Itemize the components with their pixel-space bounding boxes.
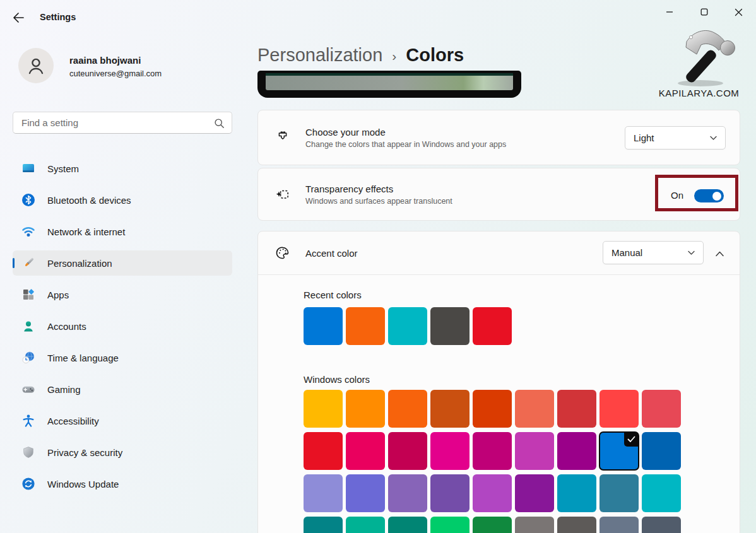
recent-color-swatch[interactable]	[304, 307, 343, 345]
sidebar-item-privacy-security[interactable]: Privacy & security	[13, 440, 232, 465]
windows-color-swatch[interactable]	[430, 517, 470, 533]
watermark-text: KAPILARYA.COM	[644, 88, 754, 98]
sidebar-item-accounts[interactable]: Accounts	[13, 313, 232, 339]
windows-color-swatch[interactable]	[557, 474, 596, 512]
maximize-button[interactable]	[687, 0, 721, 24]
transparency-sparkle-icon	[275, 187, 290, 202]
window-controls	[652, 0, 756, 24]
accent-dropdown[interactable]: Manual	[603, 241, 704, 264]
apps-icon	[21, 288, 35, 302]
sidebar-item-label: Network & internet	[47, 226, 125, 237]
personalization-brush-icon	[21, 256, 35, 270]
windows-color-swatch[interactable]	[430, 474, 470, 512]
person-icon	[25, 55, 47, 76]
theme-preview-image	[257, 71, 521, 98]
sidebar-item-bluetooth-devices[interactable]: Bluetooth & devices	[13, 187, 232, 213]
recent-color-swatch[interactable]	[388, 307, 427, 345]
sidebar-item-windows-update[interactable]: Windows Update	[13, 471, 232, 496]
close-icon	[735, 8, 743, 16]
windows-color-swatch[interactable]	[473, 474, 512, 512]
windows-color-swatch[interactable]	[642, 474, 681, 512]
search-icon	[214, 118, 225, 131]
app-title: Settings	[40, 12, 76, 22]
profile-name: raaina bhojwani	[69, 55, 141, 66]
selected-color-swatch[interactable]	[599, 432, 639, 470]
search-input[interactable]	[13, 112, 232, 133]
windows-color-swatch[interactable]	[346, 432, 385, 470]
mode-title: Choose your mode	[305, 127, 506, 138]
windows-color-swatch[interactable]	[346, 474, 385, 512]
mode-dropdown[interactable]: Light	[625, 126, 726, 149]
sidebar-item-label: Gaming	[47, 384, 81, 395]
back-arrow-icon	[11, 11, 25, 25]
windows-color-swatch[interactable]	[642, 390, 681, 428]
windows-colors-label: Windows colors	[304, 374, 740, 385]
windows-color-swatch[interactable]	[304, 432, 343, 470]
back-button[interactable]	[9, 8, 28, 27]
recent-color-swatch[interactable]	[346, 307, 385, 345]
recent-color-swatch[interactable]	[473, 307, 512, 345]
sidebar-item-label: Bluetooth & devices	[47, 195, 131, 206]
accent-title: Accent color	[305, 248, 358, 259]
sidebar-item-apps[interactable]: Apps	[13, 282, 232, 307]
windows-color-swatch[interactable]	[430, 432, 470, 470]
chevron-down-icon	[688, 250, 695, 255]
breadcrumb-separator-icon: ›	[392, 49, 396, 64]
sidebar-item-accessibility[interactable]: Accessibility	[13, 408, 232, 433]
sidebar-item-gaming[interactable]: Gaming	[13, 377, 232, 402]
sidebar-item-label: System	[47, 163, 79, 174]
sidebar-item-system[interactable]: System	[13, 156, 232, 181]
windows-color-swatch[interactable]	[642, 517, 681, 533]
windows-color-swatch[interactable]	[515, 432, 554, 470]
windows-color-swatch[interactable]	[473, 390, 512, 428]
chevron-up-icon	[716, 251, 724, 257]
windows-color-swatch[interactable]	[304, 474, 343, 512]
windows-color-swatch[interactable]	[599, 474, 639, 512]
windows-color-swatch[interactable]	[388, 517, 427, 533]
windows-color-swatch[interactable]	[388, 390, 427, 428]
sidebar-item-personalization[interactable]: Personalization	[13, 250, 232, 276]
windows-color-swatch[interactable]	[304, 517, 343, 533]
accessibility-icon	[21, 414, 35, 428]
accent-collapse-button[interactable]	[711, 245, 728, 262]
windows-color-swatch[interactable]	[515, 390, 554, 428]
paintbrush-mode-icon	[275, 130, 290, 145]
sidebar-nav: System Bluetooth & devices Network & int…	[13, 156, 232, 503]
minimize-button[interactable]	[652, 0, 687, 24]
windows-update-icon	[21, 477, 35, 491]
windows-color-swatch[interactable]	[557, 432, 596, 470]
gaming-icon	[21, 382, 35, 396]
windows-color-swatch[interactable]	[346, 517, 385, 533]
windows-color-swatch[interactable]	[473, 432, 512, 470]
windows-color-swatch[interactable]	[346, 390, 385, 428]
windows-color-swatch[interactable]	[515, 517, 554, 533]
mode-subtitle: Change the colors that appear in Windows…	[305, 140, 506, 149]
windows-color-swatch[interactable]	[304, 390, 343, 428]
sidebar-item-label: Personalization	[47, 258, 112, 269]
windows-color-swatch[interactable]	[388, 474, 427, 512]
windows-color-swatch[interactable]	[430, 390, 470, 428]
recent-color-swatch[interactable]	[430, 307, 470, 345]
avatar[interactable]	[18, 48, 54, 83]
annotation-highlight-box	[655, 175, 738, 211]
accounts-icon	[21, 319, 35, 333]
accent-color-body: Recent colors Windows colors	[258, 275, 740, 533]
close-button[interactable]	[721, 0, 756, 24]
windows-color-swatch[interactable]	[557, 517, 596, 533]
windows-color-swatch[interactable]	[599, 390, 639, 428]
windows-color-swatch[interactable]	[388, 432, 427, 470]
windows-color-swatch[interactable]	[557, 390, 596, 428]
search-box	[13, 112, 232, 134]
windows-color-swatch[interactable]	[473, 517, 512, 533]
privacy-security-icon	[21, 445, 35, 459]
sidebar-item-network-internet[interactable]: Network & internet	[13, 219, 232, 244]
sidebar-item-time-language[interactable]: Time & language	[13, 345, 232, 370]
time-language-icon	[21, 351, 35, 365]
windows-color-swatch[interactable]	[599, 517, 639, 533]
sidebar-item-label: Apps	[47, 290, 69, 300]
profile-email: cuteuniverse@gmail.com	[69, 69, 162, 78]
page-title: Colors	[406, 45, 464, 66]
windows-color-swatch[interactable]	[515, 474, 554, 512]
windows-color-swatch[interactable]	[642, 432, 681, 470]
breadcrumb-parent[interactable]: Personalization	[257, 45, 382, 66]
